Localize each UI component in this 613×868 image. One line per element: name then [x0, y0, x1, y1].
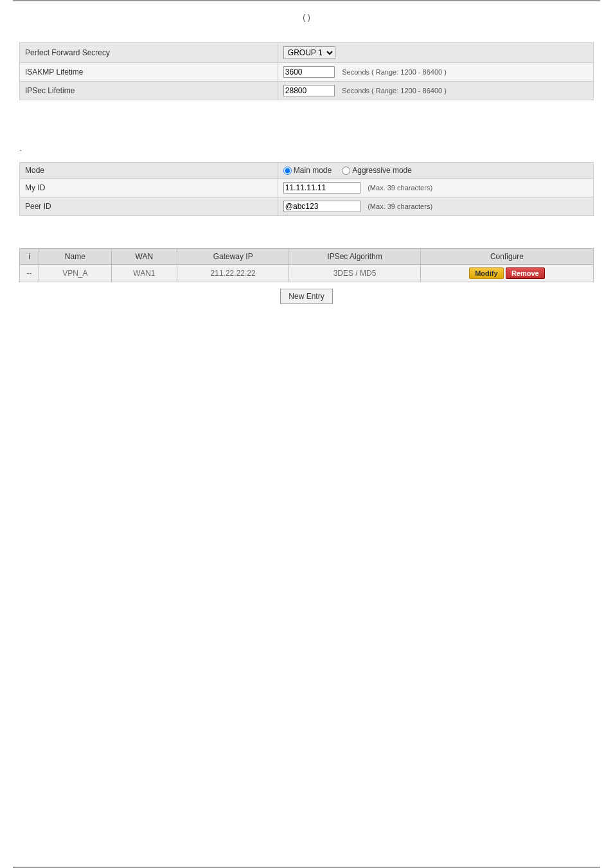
gap2 — [19, 229, 594, 248]
col-ipsec-algo: IPSec Algorithm — [289, 249, 421, 265]
col-wan: WAN — [111, 249, 177, 265]
mode-row: Mode Main mode Aggressive mode — [20, 163, 594, 179]
vpn-row-wan: WAN1 — [111, 265, 177, 282]
isakmp-hint: Seconds ( Range: 1200 - 86400 ) — [342, 68, 447, 76]
main-mode-label[interactable]: Main mode — [283, 166, 332, 175]
new-entry-button[interactable]: New Entry — [280, 289, 332, 304]
mode-settings-table: Mode Main mode Aggressive mode — [19, 162, 594, 216]
ipsec-control: Seconds ( Range: 1200 - 86400 ) — [278, 82, 593, 100]
ipsec-hint: Seconds ( Range: 1200 - 86400 ) — [342, 87, 447, 95]
myid-row: My ID (Max. 39 characters) — [20, 179, 594, 197]
peerid-label: Peer ID — [20, 197, 278, 216]
subtitle-text: ( ) — [303, 13, 310, 22]
ipsec-label: IPSec Lifetime — [20, 82, 278, 100]
myid-label: My ID — [20, 179, 278, 197]
vpn-list-table: i Name WAN Gateway IP IPSec Algorithm Co… — [19, 248, 594, 282]
mode-label: Mode — [20, 163, 278, 179]
pfs-select[interactable]: GROUP 1 GROUP 2 GROUP 5 None — [283, 46, 335, 59]
vpn-row-name: VPN_A — [39, 265, 112, 282]
myid-hint: (Max. 39 characters) — [368, 184, 432, 192]
vpn-row-ipsec-algo: 3DES / MD5 — [289, 265, 421, 282]
vpn-row-i: -- — [20, 265, 39, 282]
col-gateway-ip: Gateway IP — [177, 249, 289, 265]
mode-radio-group: Main mode Aggressive mode — [283, 166, 588, 175]
isakmp-input[interactable] — [283, 66, 335, 78]
page-subtitle: ( ) — [19, 13, 594, 22]
main-mode-radio[interactable] — [283, 167, 292, 175]
isakmp-label: ISAKMP Lifetime — [20, 63, 278, 82]
ike-settings-table: Perfect Forward Secrecy GROUP 1 GROUP 2 … — [19, 42, 594, 100]
aggressive-mode-text: Aggressive mode — [352, 166, 412, 175]
vpn-row-configure: Modify Remove — [420, 265, 593, 282]
modify-button[interactable]: Modify — [469, 267, 503, 279]
myid-control: (Max. 39 characters) — [278, 179, 593, 197]
ipsec-input[interactable] — [283, 85, 335, 96]
vpn-table-header-row: i Name WAN Gateway IP IPSec Algorithm Co… — [20, 249, 594, 265]
col-i: i — [20, 249, 39, 265]
col-configure: Configure — [420, 249, 593, 265]
pfs-control: GROUP 1 GROUP 2 GROUP 5 None — [278, 43, 593, 63]
col-name: Name — [39, 249, 112, 265]
new-entry-container: New Entry — [19, 289, 594, 304]
peerid-input[interactable] — [283, 201, 360, 212]
backtick-label: ` — [19, 149, 594, 158]
ipsec-lifetime-row: IPSec Lifetime Seconds ( Range: 1200 - 8… — [20, 82, 594, 100]
vpn-table-row: -- VPN_A WAN1 211.22.22.22 3DES / MD5 Mo… — [20, 265, 594, 282]
myid-input[interactable] — [283, 182, 360, 194]
peerid-hint: (Max. 39 characters) — [368, 203, 432, 210]
pfs-label: Perfect Forward Secrecy — [20, 43, 278, 63]
main-mode-text: Main mode — [294, 166, 332, 175]
page-wrapper: ( ) Perfect Forward Secrecy GROUP 1 GROU… — [0, 0, 613, 868]
aggressive-mode-label[interactable]: Aggressive mode — [342, 166, 412, 175]
isakmp-lifetime-row: ISAKMP Lifetime Seconds ( Range: 1200 - … — [20, 63, 594, 82]
peerid-control: (Max. 39 characters) — [278, 197, 593, 216]
isakmp-control: Seconds ( Range: 1200 - 86400 ) — [278, 63, 593, 82]
main-content: ( ) Perfect Forward Secrecy GROUP 1 GROU… — [0, 1, 613, 867]
gap1 — [19, 113, 594, 149]
vpn-row-gateway-ip: 211.22.22.22 — [177, 265, 289, 282]
peerid-row: Peer ID (Max. 39 characters) — [20, 197, 594, 216]
mode-control: Main mode Aggressive mode — [278, 163, 593, 179]
aggressive-mode-radio[interactable] — [342, 167, 350, 175]
pfs-row: Perfect Forward Secrecy GROUP 1 GROUP 2 … — [20, 43, 594, 63]
remove-button[interactable]: Remove — [506, 267, 545, 279]
